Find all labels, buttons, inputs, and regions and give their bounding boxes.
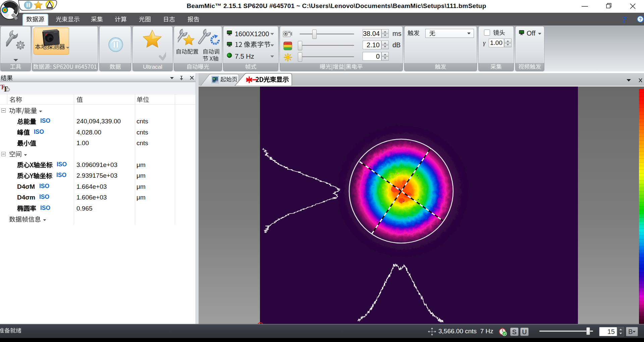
svg-text:?: ?: [639, 17, 642, 22]
